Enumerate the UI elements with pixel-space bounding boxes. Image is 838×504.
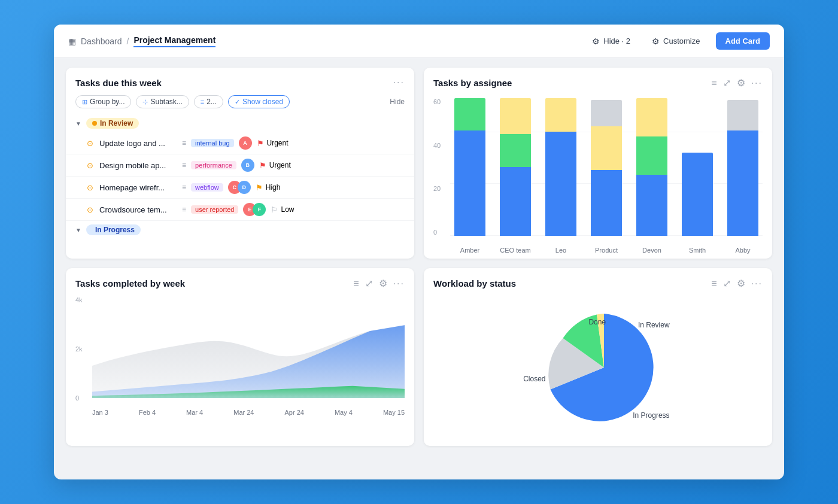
- x-label: Smith: [678, 247, 717, 254]
- task-list-icon: ≡: [182, 161, 186, 169]
- hide-columns-button[interactable]: Hide: [390, 98, 405, 106]
- expand-icon[interactable]: ⤢: [723, 278, 731, 289]
- bar-group: [678, 98, 717, 236]
- area-chart-area: 0 2k 4k: [66, 294, 414, 423]
- x-axis-labels: AmberCEO teamLeoProductDevonSmithAbby: [450, 247, 763, 254]
- filter-icon: ⚙: [592, 37, 600, 46]
- x-label: Jan 3: [92, 409, 108, 416]
- assignee-card-header: Tasks by assignee ≡ ⤢ ⚙ ···: [424, 68, 772, 93]
- add-card-button[interactable]: Add Card: [716, 32, 770, 50]
- breadcrumb-dashboard[interactable]: Dashboard: [81, 37, 122, 46]
- settings-icon: ⚙: [652, 37, 660, 46]
- table-row: ⊙ Crowdsource tem... ≡ user reported E F…: [66, 199, 414, 221]
- filter-icon[interactable]: ≡: [711, 78, 716, 89]
- priority-flag: ⚑ Urgent: [259, 161, 295, 170]
- flag-icon: ⚑: [257, 139, 264, 148]
- x-label: May 15: [383, 409, 405, 416]
- bar-segment: [682, 153, 713, 236]
- assignee-card-title: Tasks by assignee: [433, 78, 512, 88]
- more-options-icon[interactable]: ···: [751, 78, 763, 89]
- table-row: ⊙ Design mobile ap... ≡ performance B ⚑ …: [66, 154, 414, 177]
- group-by-filter[interactable]: ⊞ Group by...: [75, 95, 131, 108]
- x-label: Product: [587, 247, 626, 254]
- priority-label: Low: [281, 205, 294, 214]
- table-row: ⊙ Update logo and ... ≡ internal bug A ⚑…: [66, 132, 414, 154]
- bar-group: [587, 98, 626, 236]
- more-options-icon[interactable]: ···: [751, 278, 763, 289]
- task-list-icon: ≡: [182, 183, 186, 192]
- bar-stack: [545, 98, 577, 236]
- tasks-card: Tasks due this week ··· ⊞ Group by... ⊹ …: [66, 68, 414, 259]
- area-y-labels: 0 2k 4k: [75, 296, 90, 402]
- bar-segment: [591, 170, 623, 236]
- done-label: Done: [588, 318, 606, 326]
- x-label: CEO team: [496, 247, 535, 254]
- assignee-card-actions: ≡ ⤢ ⚙ ···: [711, 77, 763, 89]
- in-progress-label: In Progress: [633, 411, 669, 420]
- task-list-icon: ≡: [182, 205, 186, 214]
- completed-card: Tasks completed by week ≡ ⤢ ⚙ ··· 0 2k 4…: [66, 268, 414, 446]
- bar-stack: [727, 100, 759, 236]
- tasks-card-actions: ···: [393, 77, 405, 88]
- task-tag[interactable]: user reported: [191, 205, 238, 214]
- group-caret-icon: ▼: [75, 227, 81, 233]
- avatar-group: E F: [243, 203, 266, 216]
- customize-button[interactable]: ⚙ Customize: [646, 33, 706, 50]
- filter-row: ⊞ Group by... ⊹ Subtask... ≡ 2... ✓ Show…: [66, 93, 414, 114]
- x-label: Mar 4: [186, 409, 203, 416]
- in-review-label: In Review: [638, 321, 670, 329]
- more-options-icon[interactable]: ···: [393, 278, 405, 289]
- task-status-icon: ⊙: [85, 138, 95, 148]
- completed-card-header: Tasks completed by week ≡ ⤢ ⚙ ···: [66, 268, 414, 294]
- in-progress-badge: In Progress: [86, 224, 141, 235]
- dashboard-grid: Tasks due this week ··· ⊞ Group by... ⊹ …: [54, 58, 784, 458]
- priority-label: Urgent: [269, 161, 291, 169]
- priority-flag: ⚑ High: [256, 183, 292, 192]
- task-tag[interactable]: performance: [191, 161, 236, 169]
- settings-icon[interactable]: ⚙: [737, 278, 745, 289]
- hide-button[interactable]: ⚙ Hide · 2: [586, 33, 636, 50]
- header: ▦ Dashboard / Project Management ⚙ Hide …: [54, 25, 784, 58]
- task-group-in-progress[interactable]: ▼ In Progress: [66, 221, 414, 239]
- y-label-4k: 4k: [75, 296, 90, 303]
- settings-icon[interactable]: ⚙: [379, 278, 387, 289]
- subtask-filter[interactable]: ⊹ Subtask...: [136, 95, 189, 108]
- task-name[interactable]: Update logo and ...: [99, 139, 177, 148]
- bar-group: [632, 98, 672, 236]
- task-group-in-review[interactable]: ▼ In Review: [66, 114, 414, 132]
- bar-segment: [500, 98, 532, 134]
- group-caret-icon: ▼: [75, 120, 81, 127]
- task-name[interactable]: Crowdsource tem...: [99, 205, 177, 214]
- avatar: D: [238, 181, 251, 194]
- check-icon: ✓: [235, 98, 240, 106]
- expand-icon[interactable]: ⤢: [365, 278, 373, 289]
- filter-icon[interactable]: ≡: [711, 278, 716, 289]
- filter-count-chip[interactable]: ≡ 2...: [194, 95, 223, 108]
- header-actions: ⚙ Hide · 2 ⚙ Customize Add Card: [586, 32, 770, 50]
- y-axis-labels: 0 20 40 60: [433, 98, 448, 236]
- tasks-scroll[interactable]: ▼ In Review ⊙ Update logo and ... ≡ inte…: [66, 114, 414, 239]
- area-chart-container: 0 2k 4k: [75, 296, 405, 416]
- subtask-icon: ⊹: [142, 98, 148, 106]
- bar-group: [723, 98, 763, 236]
- bar-segment: [545, 98, 577, 132]
- task-name[interactable]: Homepage wirefr...: [99, 183, 177, 192]
- more-options-icon[interactable]: ···: [393, 77, 405, 88]
- bar-chart-area: 0 20 40 60 AmberCEO teamLeoProductDevonS…: [424, 93, 772, 259]
- workload-card-title: Workload by status: [433, 278, 516, 289]
- bar-segment: [500, 134, 532, 167]
- expand-icon[interactable]: ⤢: [723, 77, 731, 89]
- bar-stack: [636, 98, 668, 236]
- tasks-card-title: Tasks due this week: [75, 78, 162, 88]
- breadcrumb: ▦ Dashboard / Project Management: [68, 35, 215, 47]
- show-closed-filter[interactable]: ✓ Show closed: [228, 95, 290, 108]
- task-name[interactable]: Design mobile ap...: [99, 161, 177, 170]
- priority-label: High: [266, 183, 281, 192]
- x-label: Leo: [541, 247, 581, 254]
- x-label: Mar 24: [233, 409, 254, 416]
- bar-segment: [500, 167, 532, 236]
- settings-icon[interactable]: ⚙: [737, 77, 745, 89]
- task-tag[interactable]: internal bug: [191, 139, 234, 147]
- filter-icon[interactable]: ≡: [353, 278, 359, 289]
- task-tag[interactable]: webflow: [191, 183, 223, 192]
